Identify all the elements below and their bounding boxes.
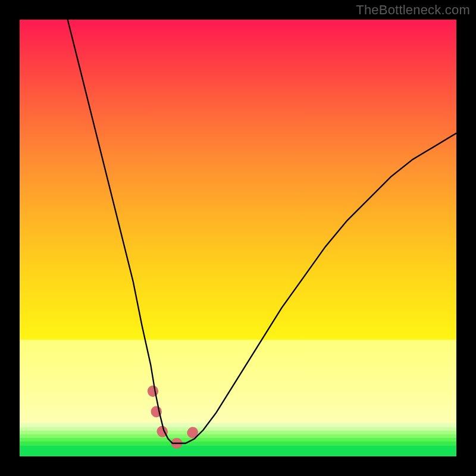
curve-svg: [20, 20, 456, 456]
plot-area: [20, 20, 456, 456]
watermark-text: TheBottleneck.com: [356, 2, 470, 18]
bottleneck-curve: [68, 20, 456, 443]
chart-frame: TheBottleneck.com: [0, 0, 476, 476]
highlight-segment: [153, 391, 195, 443]
